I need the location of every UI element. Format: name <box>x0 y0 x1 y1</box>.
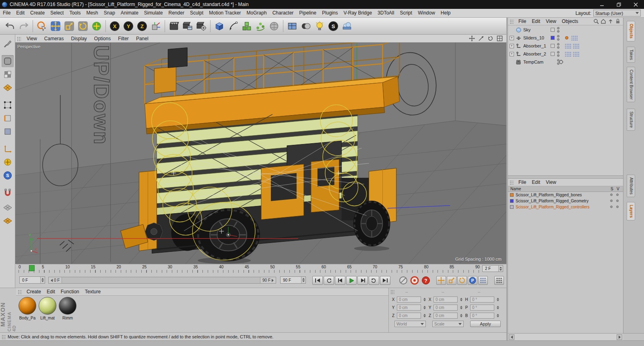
mograph-button[interactable] <box>240 19 254 33</box>
pos-z-spinner[interactable] <box>423 313 426 319</box>
frame-number-field[interactable]: 0 F <box>19 276 45 284</box>
points-mode-button[interactable] <box>2 99 14 111</box>
workplane-mode-button[interactable] <box>2 82 14 94</box>
rot-b-spinner[interactable] <box>496 313 500 319</box>
toggle-view-button[interactable] <box>496 35 503 41</box>
x-axis-lock-button[interactable]: X <box>108 19 122 33</box>
coord-header-rotation[interactable]: -- <box>469 290 505 294</box>
layer-row-controllers[interactable]: Scissor_Lift_Platform_Rigged_controllers <box>508 204 623 210</box>
viewport-layout-button[interactable] <box>285 19 299 33</box>
perspective-viewport[interactable]: UP/Down <box>15 43 506 264</box>
menu-sculpt[interactable]: Sculpt <box>187 9 206 17</box>
pos-y-spinner[interactable] <box>423 305 426 311</box>
vp-menu-panel[interactable]: Panel <box>132 36 152 41</box>
current-frame-field[interactable]: 2 F <box>482 265 503 272</box>
key-position-button[interactable] <box>436 276 446 285</box>
menu-mesh[interactable]: Mesh <box>83 9 101 17</box>
cube-primitive-button[interactable] <box>213 19 226 33</box>
mat-menu-create[interactable]: Create <box>24 289 44 295</box>
search-icon[interactable] <box>593 19 599 24</box>
material-item[interactable]: Lift_mat <box>38 297 57 320</box>
axis-mode-button[interactable] <box>2 143 14 155</box>
close-button[interactable] <box>627 0 644 9</box>
expand-toggle[interactable] <box>510 36 514 40</box>
panel-grip-icon[interactable] <box>510 180 514 185</box>
layer-row-bones[interactable]: Scissor_Lift_Platform_Rigged_bones <box>508 192 623 198</box>
texture-mode-button[interactable] <box>2 68 14 80</box>
vp-menu-display[interactable]: Display <box>67 36 90 41</box>
volume-button[interactable] <box>267 19 281 33</box>
pan-view-button[interactable] <box>469 35 475 41</box>
light-button[interactable] <box>313 19 326 33</box>
mat-menu-edit[interactable]: Edit <box>44 289 58 295</box>
menu-animate[interactable]: Animate <box>118 9 141 17</box>
lm-menu-file[interactable]: File <box>516 179 529 185</box>
tab-content-browser[interactable]: Content Browser <box>627 67 635 102</box>
paint-tool-button[interactable] <box>2 38 14 50</box>
size-x-field[interactable]: 0 cm <box>433 297 458 303</box>
rot-p-spinner[interactable] <box>496 305 500 311</box>
menu-tools[interactable]: Tools <box>66 9 83 17</box>
world-system-dropdown[interactable]: World <box>394 321 426 327</box>
om-menu-edit[interactable]: Edit <box>529 19 543 24</box>
mat-menu-function[interactable]: Function <box>58 289 82 295</box>
object-row-sky[interactable]: Sky <box>508 26 623 34</box>
redo-button[interactable] <box>17 19 31 33</box>
key-point-level-button[interactable] <box>478 276 488 285</box>
tab-layers[interactable]: Layers <box>627 202 635 220</box>
pos-z-field[interactable]: 0 cm <box>397 313 421 319</box>
layer-color-chip[interactable] <box>510 205 514 209</box>
menu-window[interactable]: Window <box>415 9 438 17</box>
rotate-tool-button[interactable] <box>76 19 90 33</box>
scale-tool-button[interactable] <box>62 19 76 33</box>
coordinate-system-button[interactable] <box>149 19 163 33</box>
visibility-dots[interactable] <box>557 51 559 57</box>
tab-structure[interactable]: Structure <box>627 109 635 131</box>
simulate-button[interactable] <box>254 19 267 33</box>
scroll-left-button[interactable] <box>509 334 514 340</box>
undo-button[interactable] <box>3 19 17 33</box>
polygons-mode-button[interactable] <box>2 126 14 138</box>
panel-splitter-horizontal[interactable] <box>508 175 623 179</box>
zoom-view-button[interactable] <box>478 35 485 41</box>
minimize-button[interactable] <box>593 0 610 9</box>
size-y-field[interactable]: 0 cm <box>433 305 458 311</box>
key-scale-button[interactable] <box>447 276 456 285</box>
rot-p-field[interactable]: 0 ° <box>470 305 494 311</box>
render-view-button[interactable] <box>167 19 181 33</box>
play-button[interactable] <box>346 276 357 285</box>
panel-grip-icon[interactable] <box>17 36 21 41</box>
rot-h-field[interactable]: 0 ° <box>470 297 494 303</box>
end-frame-field[interactable]: 90 F <box>280 276 306 284</box>
visibility-dots[interactable] <box>557 35 559 41</box>
pos-x-field[interactable]: 0 cm <box>397 297 421 303</box>
home-icon[interactable] <box>601 19 606 24</box>
layer-chip[interactable] <box>551 44 555 48</box>
material-preview-lift[interactable] <box>39 297 56 315</box>
menu-snap[interactable]: Snap <box>101 9 118 17</box>
menu-vray-bridge[interactable]: V-Ray Bridge <box>341 9 375 17</box>
vp-menu-cameras[interactable]: Cameras <box>41 36 68 41</box>
previous-frame-button[interactable] <box>335 276 345 285</box>
expand-toggle[interactable] <box>510 52 514 56</box>
solo-column-header[interactable]: S <box>611 187 613 191</box>
coord-header-position[interactable]: -- <box>396 290 433 294</box>
spline-pen-button[interactable] <box>226 19 240 33</box>
panel-grip-icon[interactable] <box>390 289 394 294</box>
team-render-button[interactable] <box>299 19 313 33</box>
layer-color-chip[interactable] <box>510 199 514 203</box>
viewport-solo-button[interactable]: S <box>2 169 14 181</box>
menu-3dtoall[interactable]: 3DToAll <box>375 9 397 17</box>
scroll-right-button[interactable] <box>617 334 622 340</box>
mat-menu-texture[interactable]: Texture <box>82 289 103 295</box>
maximize-button[interactable] <box>610 0 627 9</box>
object-row-absorber2[interactable]: Absorber_2 <box>508 50 623 58</box>
size-y-spinner[interactable] <box>459 305 463 311</box>
vp-menu-filter[interactable]: Filter <box>114 36 132 41</box>
layout-dropdown[interactable]: Startup (User) <box>593 10 641 16</box>
menu-pipeline[interactable]: Pipeline <box>296 9 319 17</box>
apply-button[interactable]: Apply <box>470 321 501 327</box>
keying-help-button[interactable]: ? <box>421 276 431 285</box>
layer-chip[interactable] <box>551 36 555 40</box>
key-parameter-button[interactable]: P <box>468 276 477 285</box>
